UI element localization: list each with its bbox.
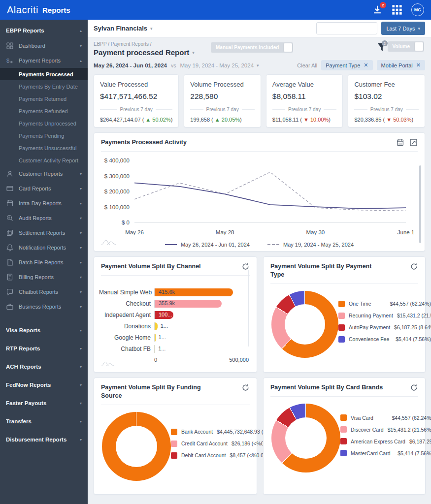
search-input[interactable]	[316, 22, 377, 34]
chevron-down-icon[interactable]: ▾	[257, 63, 259, 68]
date-range-label: Last 7 Days	[386, 26, 415, 32]
bar-fill	[155, 345, 155, 353]
volume-toggle[interactable]: Volume	[388, 41, 424, 52]
chevron-down-icon: ▾	[80, 419, 82, 424]
legend-row-convenience-fee: Convenience Fee$5,414 (7.56%)	[338, 336, 431, 343]
sidebar-section-ach-reports[interactable]: ACH Reports▾	[0, 358, 88, 376]
download-button[interactable]: 2	[372, 4, 383, 15]
kpi-value: 228,580	[190, 92, 255, 101]
filter-badge: 2	[382, 40, 388, 46]
sidebar-item-payment-reports[interactable]: $Payment Reports▴	[0, 53, 88, 68]
filter-button[interactable]: 2	[377, 42, 387, 52]
chip-close-icon[interactable]: ✕	[364, 62, 368, 68]
line-chart-icon[interactable]	[409, 138, 418, 147]
sidebar-item-billing-reports[interactable]: Billing Reports▾	[0, 270, 88, 284]
sidebar-section-rtp-reports[interactable]: RTP Reports▾	[0, 340, 88, 357]
sidebar-section-disbursement-reports[interactable]: Disbursement Reports▾	[0, 431, 88, 448]
legend-value: $5,414 (7.56%)	[394, 450, 431, 456]
sidebar-item-business-reports[interactable]: Business Reports▾	[0, 299, 88, 314]
sidebar-item-label: Dashboard	[19, 43, 78, 49]
sidebar-subitem-payments-processed[interactable]: Payments Processed	[0, 68, 88, 80]
sidebar-subitem-payments-by-entry-date[interactable]: Payments By Entry Date	[0, 80, 88, 93]
compare-date-range[interactable]: May 19, 2024 - May 25, 2024	[180, 63, 254, 68]
sidebar-subitem-label: Payments Unsuccessful	[19, 145, 82, 151]
payment-icon: $	[6, 57, 14, 64]
chart-scrollbar[interactable]	[419, 165, 421, 243]
sidebar-item-notification-reports[interactable]: Notification Reports▾	[0, 240, 88, 255]
sidebar-subitem-payments-unsuccessful[interactable]: Payments Unsuccessful	[0, 142, 88, 154]
sidebar-section-label: Visa Reports	[6, 327, 78, 333]
sidebar-section-label: RTP Reports	[6, 346, 78, 351]
filter-chip-payment-type[interactable]: Payment Type✕	[321, 60, 372, 70]
sidebar-subitem-payments-pending[interactable]: Payments Pending	[0, 129, 88, 142]
sidebar-section-fednow-reports[interactable]: FedNow Reports▾	[0, 376, 88, 394]
activity-panel: Payments Processed Activity $ 0$ 100,000…	[94, 132, 425, 252]
chevron-down-icon: ▾	[80, 172, 82, 176]
manual-payments-toggle-label: Manual Payments Included	[211, 45, 284, 50]
sidebar-subitem-customer-activity-report[interactable]: Customer Activity Report	[0, 154, 88, 166]
manual-payments-toggle[interactable]: Manual Payments Included	[211, 42, 293, 53]
sidebar-item-label: Payment Reports	[19, 58, 78, 63]
sidebar-header-ebpp-reports[interactable]: EBPP Reports▴	[0, 23, 88, 38]
refresh-icon[interactable]	[241, 383, 250, 392]
sidebar-section-transfers[interactable]: Transfers▾	[0, 412, 88, 430]
sidebar-item-dashboard[interactable]: Dashboard▾	[0, 38, 88, 53]
calendar-icon	[6, 199, 14, 207]
filter-chip-mobile-portal[interactable]: Mobile Portal✕	[377, 60, 425, 70]
chevron-down-icon[interactable]: ▾	[192, 50, 195, 55]
sidebar-item-audit-reports[interactable]: Audit Reports▾	[0, 211, 88, 225]
sidebar-section-visa-reports[interactable]: Visa Reports▾	[0, 321, 88, 339]
sidebar-section-label: ACH Reports	[6, 364, 78, 370]
refresh-icon[interactable]	[410, 383, 418, 392]
chevron-down-icon: ▾	[80, 365, 82, 369]
sidebar-subitem-payments-returned[interactable]: Payments Returned	[0, 93, 88, 105]
org-selector[interactable]: Sylvan Financials	[94, 25, 147, 32]
bar-row-google-home: Google Home1...	[99, 334, 249, 342]
date-range-button[interactable]: Last 7 Days ▾	[381, 22, 425, 35]
sidebar-item-card-reports[interactable]: Card Reports▾	[0, 181, 88, 196]
sidebar-item-customer-reports[interactable]: Customer Reports▾	[0, 166, 88, 181]
legend-value: $6,187.25 (8.64%)	[405, 439, 431, 444]
legend-value: $44,557 (62.24%)	[386, 301, 431, 307]
kpi-label: Volume Processed	[190, 81, 255, 88]
bar-value: 1...	[158, 346, 166, 351]
solid-line-swatch	[165, 244, 177, 245]
apps-grid-button[interactable]	[392, 4, 402, 15]
legend-row-visa-card: Visa Card$44,557 (62.24%)	[340, 414, 431, 421]
bar-row-manual-simple-web: Manual Simple Web415.6k	[99, 288, 249, 296]
bar-value: 1...	[159, 334, 166, 340]
sidebar-section-faster-payouts[interactable]: Faster Payouts▾	[0, 394, 88, 412]
sidebar-subitem-payments-unprocessed[interactable]: Payments Unprocessed	[0, 117, 88, 129]
current-date-range[interactable]: May 26, 2024 - Jun 01, 2024	[94, 63, 167, 68]
legend-row-american-express-card: American Express Card$6,187.25 (8.64%)	[340, 438, 431, 444]
sidebar-gap	[0, 314, 88, 321]
sidebar-item-batch-file-reports[interactable]: Batch File Reports▾	[0, 255, 88, 270]
sidebar-item-intra-day-reports[interactable]: Intra-Day Reports▾	[0, 196, 88, 211]
legend-swatch	[338, 324, 345, 331]
calendar-icon[interactable]	[396, 138, 404, 147]
chevron-down-icon: ▾	[80, 44, 82, 48]
wave-icon	[101, 238, 117, 247]
clear-all-button[interactable]: Clear All	[297, 63, 317, 68]
apps-grid-icon	[392, 4, 402, 15]
legend-label: Convenience Fee	[349, 336, 389, 342]
kpi-delta: ▲ 50.02%	[145, 117, 170, 123]
legend-value: $15,431.2 (21.56%)	[393, 313, 431, 318]
chevron-down-icon: ▾	[80, 438, 82, 442]
sidebar-item-label: Chatbot Reports	[19, 289, 78, 295]
refresh-icon[interactable]	[410, 262, 418, 271]
x-tick: 500,000	[229, 357, 249, 363]
chip-close-icon[interactable]: ✕	[416, 62, 421, 68]
funding-source-title: Payment Volume Split By Funding Source	[101, 383, 217, 400]
sidebar-subitem-payments-refunded[interactable]: Payments Refunded	[0, 105, 88, 117]
sidebar-item-chatbot-reports[interactable]: Chatbot Reports▾	[0, 284, 88, 299]
legend-swatch	[340, 450, 347, 456]
svg-text:$ 0: $ 0	[122, 220, 130, 225]
legend-label: Visa Card	[351, 415, 373, 421]
user-avatar[interactable]: MG	[411, 3, 424, 16]
bar-row-indepedent-agent: Indepedent Agent100...	[99, 311, 249, 319]
kpi-cards-row: Value Processed$417,571,466.52Previous 7…	[88, 73, 431, 127]
chevron-down-icon: ▾	[80, 246, 82, 250]
sidebar-item-settlement-reports[interactable]: Settlement Reports▾	[0, 225, 88, 240]
activity-line-chart: $ 0$ 100,000$ 200,000$ 300,000$ 400,000M…	[94, 152, 425, 241]
